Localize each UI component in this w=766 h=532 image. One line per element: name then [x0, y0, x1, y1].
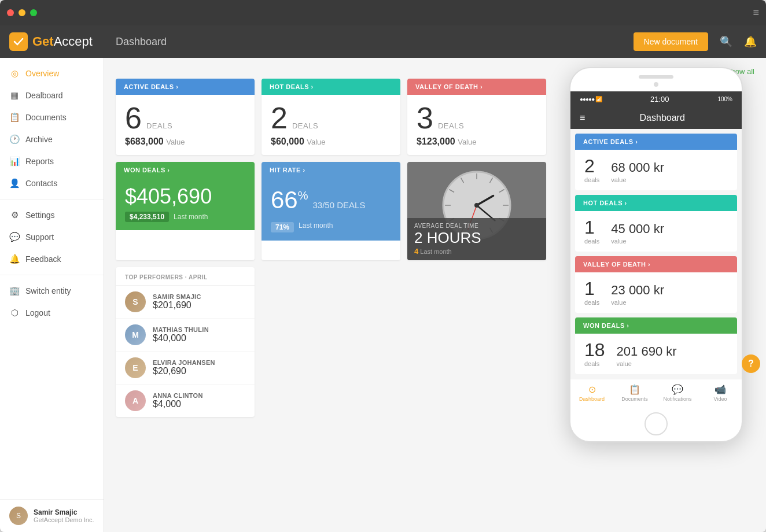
sidebar-item-settings[interactable]: ⚙ Settings [0, 204, 104, 226]
phone-nav-dashboard[interactable]: ⊙ Dashboard [570, 379, 613, 407]
phone-active-deals-value-label: value [611, 176, 664, 183]
hit-rate-percent: 66% [271, 186, 308, 214]
user-org: GetAccept Demo Inc. [34, 516, 94, 523]
sidebar-item-label: Documents [25, 113, 67, 122]
notifications-nav-icon: 💬 [658, 384, 697, 395]
avatar: S [9, 507, 28, 525]
phone-won-header[interactable]: WON DEALS › [575, 317, 737, 334]
phone-hot-deals-count: 1 [584, 218, 599, 237]
sidebar-item-archive[interactable]: 🕐 Archive [0, 128, 104, 150]
valley-header[interactable]: VALLEY OF DEATH › [407, 79, 546, 95]
phone-signal: ●●●●● 📶 [580, 96, 602, 102]
app-header: GetAccept Dashboard New document 🔍 🔔 [0, 25, 766, 58]
performer-1-value: $201,690 [153, 300, 245, 311]
phone-valley-value-label: value [611, 299, 664, 306]
phone-nav-documents[interactable]: 📋 Documents [613, 379, 656, 407]
phone-content: ACTIVE DEALS › 2 deals 68 000 kr value [570, 129, 742, 379]
performer-4-avatar: A [125, 390, 146, 411]
sidebar-item-overview[interactable]: ◎ Overview [0, 62, 104, 84]
phone-status-bar: ●●●●● 📶 21:00 100% [570, 91, 742, 107]
phone-valley-header[interactable]: VALLEY OF DEATH › [575, 256, 737, 272]
phone-active-deals-header[interactable]: ACTIVE DEALS › [575, 134, 737, 150]
sidebar-item-feedback[interactable]: 🔔 Feedback [0, 248, 104, 270]
sidebar-item-dealboard[interactable]: ▦ Dealboard [0, 84, 104, 106]
sidebar-item-switch-entity[interactable]: 🏢 Switch entity [0, 280, 104, 302]
close-button[interactable] [7, 9, 14, 16]
performer-4-info: ANNA CLINTON $4,000 [153, 392, 245, 409]
cards-row-3: TOP PERFORMERS · APRIL S SAMIR SMAJIC $2… [116, 267, 546, 417]
active-deals-body: 6 DEALS $683,000 Value [116, 95, 255, 155]
hot-deals-header[interactable]: HOT DEALS › [262, 79, 400, 95]
performer-1-avatar: S [125, 291, 146, 312]
valley-value-label: Value [458, 138, 476, 146]
valley-label: DEALS [438, 121, 464, 130]
won-deals-header[interactable]: WON DEALS › [116, 162, 255, 178]
active-deals-count: 6 [125, 103, 142, 133]
cards-row-2: WON DEALS › $405,690 $4,233,510 Last mon… [116, 162, 546, 260]
avg-deal-card: AVERAGE DEAL TIME 2 HOURS 4 Last month [407, 162, 546, 260]
phone-home-button[interactable] [645, 412, 668, 435]
phone-bottom-nav: ⊙ Dashboard 📋 Documents 💬 Notifications [570, 379, 742, 407]
phone-nav-video[interactable]: 📹 Video [699, 379, 742, 407]
hit-rate-badge-label: Last month [299, 221, 333, 230]
sidebar-divider [0, 199, 104, 200]
title-bar: ≡ [0, 0, 766, 25]
sidebar-item-documents[interactable]: 📋 Documents [0, 106, 104, 128]
sidebar-item-label: Settings [25, 210, 55, 220]
maximize-button[interactable] [30, 9, 37, 16]
overview-icon: ◎ [9, 68, 20, 79]
switch-entity-icon: 🏢 [9, 286, 20, 296]
documents-nav-icon: 📋 [616, 384, 654, 395]
content-inner: ACTIVE DEALS › 6 DEALS $683,000 Value [116, 67, 754, 442]
hit-rate-header[interactable]: HIT RATE › [262, 162, 400, 178]
performer-4: A ANNA CLINTON $4,000 [116, 385, 255, 417]
logo-icon [9, 32, 28, 51]
sidebar-item-contacts[interactable]: 👤 Contacts [0, 172, 104, 194]
phone-hot-deals-body: 1 deals 45 000 kr value [575, 211, 737, 252]
sidebar-user: S Samir Smajic GetAccept Demo Inc. [0, 499, 104, 532]
phone-hot-deals-value: 45 000 kr [611, 221, 664, 237]
phone-active-deals-label: deals [584, 176, 599, 183]
phone-hot-deals-header[interactable]: HOT DEALS › [575, 195, 737, 211]
video-nav-icon: 📹 [701, 384, 739, 395]
active-deals-header[interactable]: ACTIVE DEALS › [116, 79, 255, 95]
feedback-icon: 🔔 [9, 254, 20, 264]
avg-deal-last-month: 4 Last month [414, 247, 539, 256]
phone-menu-icon[interactable]: ≡ [580, 113, 585, 123]
sidebar-item-reports[interactable]: 📊 Reports [0, 150, 104, 172]
sidebar-item-label: Feedback [25, 254, 61, 264]
dealboard-icon: ▦ [9, 90, 20, 101]
sidebar-item-support[interactable]: 💬 Support [0, 226, 104, 248]
phone-won: WON DEALS › 18 deals 201 690 kr value [575, 317, 737, 374]
phone-won-body: 18 deals 201 690 kr value [575, 334, 737, 374]
phone-hot-deals-value-label: value [611, 238, 664, 245]
traffic-lights [7, 9, 37, 16]
won-deals-amount: $405,690 [125, 186, 245, 207]
performer-3-value: $20,690 [153, 366, 245, 376]
phone-valley-label: deals [584, 299, 599, 306]
search-icon[interactable]: 🔍 [720, 35, 732, 48]
header-actions: New document 🔍 🔔 [634, 32, 757, 51]
phone-valley-count: 1 [584, 279, 599, 298]
dashboard-nav-icon: ⊙ [573, 384, 611, 395]
mobile-mockup: ●●●●● 📶 21:00 100% ≡ Dashboard [558, 67, 754, 442]
contacts-icon: 👤 [9, 178, 20, 189]
help-button[interactable]: ? [742, 354, 760, 373]
new-document-button[interactable]: New document [634, 32, 708, 51]
phone-active-deals-body: 2 deals 68 000 kr value [575, 150, 737, 190]
phone-nav-notifications[interactable]: 💬 Notifications [656, 379, 699, 407]
app-window: ≡ GetAccept Dashboard New document 🔍 🔔 ◎… [0, 0, 766, 532]
hit-rate-card: HIT RATE › 66% 33/50 DEALS 71% Last mont… [262, 162, 400, 260]
performer-2-value: $40,000 [153, 333, 245, 343]
minimize-button[interactable] [19, 9, 25, 16]
sidebar-item-logout[interactable]: ⬡ Logout [0, 302, 104, 324]
user-info: Samir Smajic GetAccept Demo Inc. [34, 508, 94, 523]
phone-hot-deals-label: deals [584, 238, 599, 245]
notifications-icon[interactable]: 🔔 [744, 35, 757, 48]
phone-hot-deals: HOT DEALS › 1 deals 45 000 kr value [575, 195, 737, 252]
performer-2: M MATHIAS THULIN $40,000 [116, 319, 255, 352]
sidebar-item-label: Logout [25, 308, 50, 317]
phone-speaker [639, 75, 673, 79]
support-icon: 💬 [9, 232, 20, 242]
empty-col-2 [262, 267, 400, 417]
